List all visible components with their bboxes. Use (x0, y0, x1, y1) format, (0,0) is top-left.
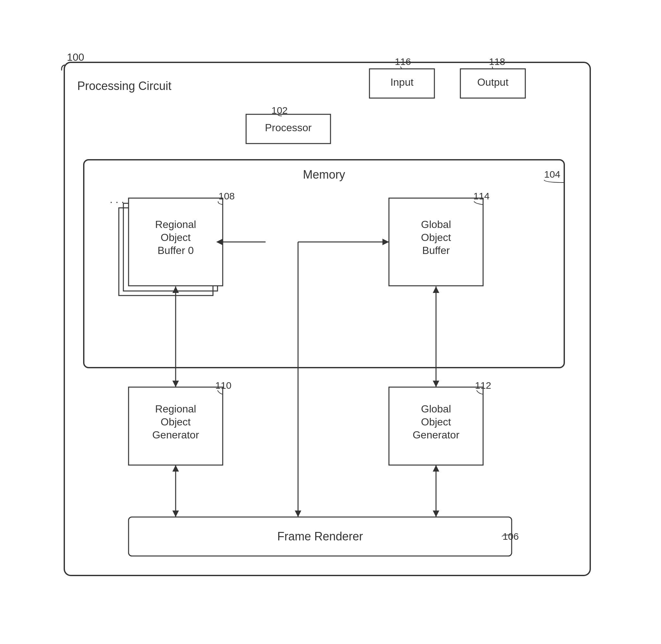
label-112: 112 (475, 380, 491, 391)
label-100: 100 (67, 51, 84, 63)
svg-text:Object: Object (421, 232, 451, 243)
dots: · · · (110, 196, 124, 208)
svg-marker-31 (433, 381, 439, 387)
label-frame-renderer: Frame Renderer (277, 530, 363, 543)
svg-text:Generator: Generator (152, 429, 199, 441)
svg-text:Object: Object (161, 416, 191, 428)
label-114: 114 (473, 191, 490, 201)
svg-rect-0 (64, 62, 590, 575)
label-processing-circuit: Processing Circuit (77, 79, 171, 93)
svg-text:Generator: Generator (412, 429, 459, 441)
label-input: Input (390, 76, 413, 88)
svg-text:Buffer: Buffer (422, 245, 450, 256)
label-116: 116 (395, 56, 411, 67)
svg-marker-39 (433, 465, 439, 472)
label-output: Output (477, 76, 509, 88)
svg-marker-30 (433, 286, 439, 293)
label-processor: Processor (265, 122, 312, 134)
svg-text:Buffer 0: Buffer 0 (158, 245, 193, 256)
svg-text:Object: Object (161, 232, 191, 243)
label-104: 104 (544, 169, 560, 180)
svg-marker-27 (172, 286, 179, 293)
svg-marker-38 (172, 465, 179, 472)
label-102: 102 (272, 105, 288, 116)
label-regional-buffer: Regional (155, 218, 196, 230)
svg-text:Object: Object (421, 416, 451, 428)
label-110: 110 (215, 380, 232, 391)
label-106: 106 (502, 531, 519, 542)
label-108: 108 (218, 191, 235, 201)
svg-marker-28 (172, 381, 179, 387)
label-118: 118 (489, 56, 505, 67)
svg-marker-18 (382, 239, 389, 245)
label-regional-generator: Regional (155, 403, 196, 415)
label-global-generator: Global (421, 403, 451, 415)
svg-marker-33 (172, 510, 179, 517)
diagram-container: 100 Processing Circuit Input 116 Output … (38, 30, 623, 615)
label-global-buffer: Global (421, 218, 451, 230)
svg-marker-35 (295, 510, 301, 517)
svg-marker-37 (433, 510, 439, 517)
label-memory: Memory (303, 168, 345, 181)
